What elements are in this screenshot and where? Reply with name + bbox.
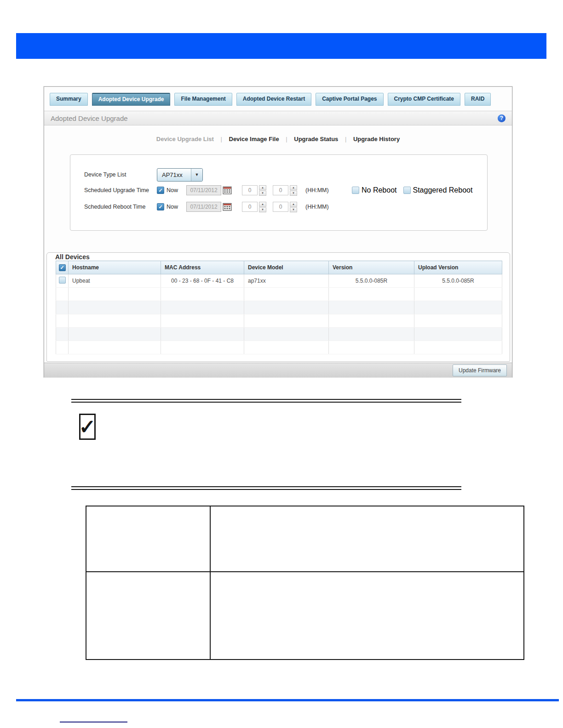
stepper-up-icon[interactable]: ▲ bbox=[259, 185, 266, 190]
subnav-device-upgrade-list[interactable]: Device Upgrade List bbox=[156, 136, 214, 142]
now-reboot-label: Now bbox=[167, 204, 178, 210]
reboot-hour-stepper[interactable]: 0 ▲▼ bbox=[242, 201, 266, 212]
reboot-date-field[interactable]: 07/11/2012 bbox=[186, 202, 221, 212]
description-table-cell bbox=[86, 506, 211, 572]
upgrade-schedule-form: Device Type List AP71xx ▼ Scheduled Upgr… bbox=[70, 154, 488, 231]
subnav-device-image-file[interactable]: Device Image File bbox=[229, 136, 279, 142]
tab-file-management[interactable]: File Management bbox=[174, 93, 232, 106]
device-table-empty-row bbox=[56, 288, 502, 301]
upgrade-hour-stepper[interactable]: 0 ▲▼ bbox=[242, 185, 266, 196]
device-row-upbeat[interactable]: Upbeat 00 - 23 - 68 - 0F - 41 - C8 ap71x… bbox=[56, 274, 502, 288]
tab-adopted-device-upgrade[interactable]: Adopted Device Upgrade bbox=[92, 93, 171, 106]
reboot-hhmm-label: (HH:MM) bbox=[305, 204, 329, 210]
stepper-down-icon[interactable]: ▼ bbox=[290, 191, 297, 196]
upgrade-minute-value: 0 bbox=[273, 185, 288, 195]
upgrade-hhmm-label: (HH:MM) bbox=[305, 187, 329, 193]
now-reboot-checkbox[interactable]: ✓ bbox=[157, 203, 164, 210]
subnav-upgrade-history[interactable]: Upgrade History bbox=[353, 136, 400, 142]
no-reboot-checkbox[interactable] bbox=[352, 187, 359, 194]
devices-table: ✓ Hostname MAC Address Device Model Vers… bbox=[56, 261, 502, 354]
col-mac-address[interactable]: MAC Address bbox=[161, 261, 244, 274]
cell-mac-address: 00 - 23 - 68 - 0F - 41 - C8 bbox=[161, 274, 244, 288]
note-divider-bottom bbox=[71, 486, 461, 490]
stepper-up-icon[interactable]: ▲ bbox=[290, 185, 297, 190]
device-type-dropdown[interactable]: AP71xx ▼ bbox=[157, 168, 203, 182]
tab-captive-portal-pages[interactable]: Captive Portal Pages bbox=[316, 93, 383, 106]
device-table-empty-row bbox=[56, 314, 502, 328]
description-table-cell bbox=[211, 572, 523, 659]
devices-header-row: ✓ Hostname MAC Address Device Model Vers… bbox=[56, 261, 502, 274]
device-table-empty-row bbox=[56, 328, 502, 341]
reboot-minute-stepper[interactable]: 0 ▲▼ bbox=[273, 201, 297, 212]
device-type-value: AP71xx bbox=[157, 169, 191, 181]
checkmark-glyph: ✓ bbox=[79, 414, 96, 440]
subnav-separator: | bbox=[286, 136, 287, 142]
now-upgrade-checkbox[interactable]: ✓ bbox=[157, 187, 164, 194]
no-reboot-label: No Reboot bbox=[362, 186, 397, 194]
tab-crypto-cmp-certificate[interactable]: Crypto CMP Certificate bbox=[388, 93, 460, 106]
cell-device-model: ap71xx bbox=[244, 274, 329, 288]
devices-table-body: Upbeat 00 - 23 - 68 - 0F - 41 - C8 ap71x… bbox=[56, 274, 502, 354]
col-device-model[interactable]: Device Model bbox=[244, 261, 329, 274]
row-select-checkbox[interactable] bbox=[59, 277, 66, 284]
subnav: Device Upgrade List | Device Image File … bbox=[44, 136, 512, 142]
app-window: Summary Adopted Device Upgrade File Mana… bbox=[44, 86, 512, 377]
upgrade-hour-value: 0 bbox=[242, 185, 258, 195]
select-all-checkbox[interactable]: ✓ bbox=[59, 264, 66, 271]
staggered-reboot-label: Staggered Reboot bbox=[413, 186, 473, 194]
scheduled-upgrade-time-label: Scheduled Upgrade Time bbox=[84, 187, 157, 193]
tab-raid[interactable]: RAID bbox=[465, 93, 491, 106]
cell-version: 5.5.0.0-085R bbox=[329, 274, 414, 288]
upgrade-minute-stepper[interactable]: 0 ▲▼ bbox=[273, 185, 297, 196]
top-banner bbox=[16, 33, 546, 59]
device-table-empty-row bbox=[56, 341, 502, 354]
stepper-up-icon[interactable]: ▲ bbox=[290, 202, 297, 207]
note-checkmark-icon: ✓ bbox=[79, 414, 96, 440]
now-upgrade-label: Now bbox=[167, 187, 178, 193]
device-table-empty-row bbox=[56, 301, 502, 314]
device-type-list-label: Device Type List bbox=[84, 171, 157, 178]
help-icon[interactable]: ? bbox=[498, 114, 506, 122]
subnav-separator: | bbox=[220, 136, 222, 142]
reboot-hour-value: 0 bbox=[242, 202, 258, 212]
stepper-down-icon[interactable]: ▼ bbox=[259, 191, 266, 196]
col-upload-version[interactable]: Upload Version bbox=[414, 261, 502, 274]
col-version[interactable]: Version bbox=[329, 261, 414, 274]
update-firmware-button[interactable]: Update Firmware bbox=[453, 364, 507, 376]
tab-summary[interactable]: Summary bbox=[50, 93, 88, 106]
cell-upload-version: 5.5.0.0-085R bbox=[414, 274, 502, 288]
description-table bbox=[86, 506, 524, 660]
subnav-upgrade-status[interactable]: Upgrade Status bbox=[294, 136, 338, 142]
calendar-icon[interactable] bbox=[223, 203, 232, 211]
tab-adopted-device-restart[interactable]: Adopted Device Restart bbox=[236, 93, 311, 106]
tab-bar: Summary Adopted Device Upgrade File Mana… bbox=[50, 93, 491, 106]
scheduled-reboot-time-label: Scheduled Reboot Time bbox=[84, 204, 157, 210]
description-table-cell bbox=[211, 506, 523, 572]
footnote-link-underline bbox=[60, 722, 127, 722]
col-hostname[interactable]: Hostname bbox=[69, 261, 161, 274]
note-divider-top bbox=[71, 399, 461, 403]
page-title: Adopted Device Upgrade bbox=[51, 114, 128, 122]
upgrade-date-field[interactable]: 07/11/2012 bbox=[186, 185, 221, 195]
window-footer-bar: Update Firmware bbox=[44, 363, 512, 377]
staggered-reboot-checkbox[interactable] bbox=[403, 187, 411, 194]
panel-titlebar: Adopted Device Upgrade ? bbox=[44, 111, 512, 125]
select-all-cell: ✓ bbox=[56, 261, 69, 274]
all-devices-panel: All Devices ✓ Hostname MAC Address Devic… bbox=[46, 252, 510, 362]
chevron-down-icon[interactable]: ▼ bbox=[191, 169, 202, 181]
stepper-up-icon[interactable]: ▲ bbox=[259, 202, 266, 207]
stepper-down-icon[interactable]: ▼ bbox=[290, 207, 297, 212]
all-devices-title: All Devices bbox=[55, 253, 90, 261]
reboot-minute-value: 0 bbox=[273, 202, 288, 212]
subnav-separator: | bbox=[345, 136, 346, 142]
cell-hostname: Upbeat bbox=[69, 274, 161, 288]
description-table-cell bbox=[86, 572, 211, 659]
footer-rule bbox=[16, 699, 559, 701]
stepper-down-icon[interactable]: ▼ bbox=[259, 207, 266, 212]
calendar-icon[interactable] bbox=[223, 186, 232, 194]
manual-page: Summary Adopted Device Upgrade File Mana… bbox=[0, 0, 563, 728]
